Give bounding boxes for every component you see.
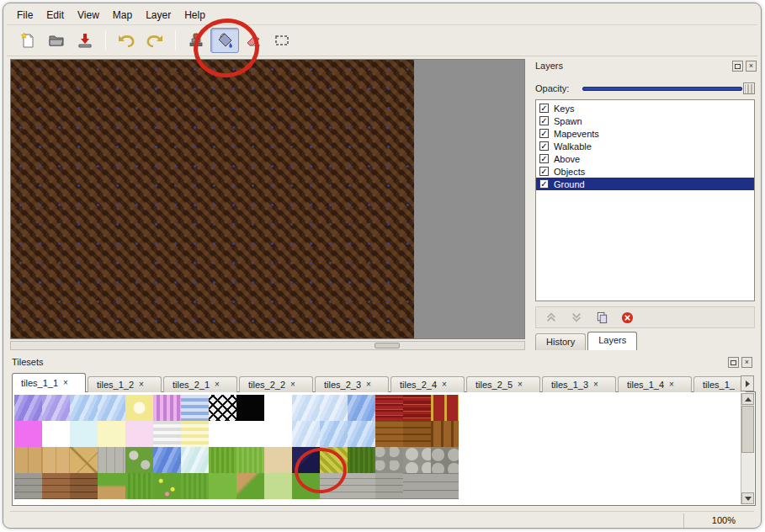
float-panel-icon[interactable] xyxy=(728,357,739,368)
layer-row-mapevents[interactable]: ✓Mapevents xyxy=(536,127,754,140)
palette-tile[interactable] xyxy=(292,421,320,447)
layer-visibility-checkbox[interactable]: ✓ xyxy=(539,116,549,125)
palette-tile[interactable] xyxy=(181,447,209,473)
palette-tile[interactable] xyxy=(348,395,375,421)
select-tool-button[interactable] xyxy=(268,28,296,53)
palette-tile[interactable] xyxy=(42,395,70,421)
palette-tile[interactable] xyxy=(292,473,320,499)
menu-item-map[interactable]: Map xyxy=(106,7,139,24)
palette-tile[interactable] xyxy=(375,473,403,499)
layer-visibility-checkbox[interactable]: ✓ xyxy=(539,179,549,189)
palette-tile[interactable] xyxy=(70,421,98,447)
tileset-tab-tiles_1_4[interactable]: tiles_1_4× xyxy=(618,376,692,392)
menu-item-layer[interactable]: Layer xyxy=(139,7,178,24)
tileset-tab-tiles_2_4[interactable]: tiles_2_4× xyxy=(390,376,465,392)
palette-tile[interactable] xyxy=(125,473,153,499)
layer-row-objects[interactable]: ✓Objects xyxy=(536,165,754,178)
tab-close-icon[interactable]: × xyxy=(442,380,447,389)
tab-layers[interactable]: Layers xyxy=(587,332,637,350)
undo-button[interactable] xyxy=(112,28,141,53)
delete-layer-button[interactable] xyxy=(619,309,635,326)
layer-row-ground[interactable]: ✓Ground xyxy=(536,178,754,190)
palette-tile[interactable] xyxy=(264,473,292,499)
layer-visibility-checkbox[interactable]: ✓ xyxy=(539,104,549,113)
palette-vertical-scrollbar[interactable] xyxy=(741,393,754,504)
palette-tile[interactable] xyxy=(264,395,292,421)
palette-tile[interactable] xyxy=(292,447,320,473)
tileset-tab-tiles_1_[interactable]: tiles_1_× xyxy=(693,376,746,392)
palette-tile[interactable] xyxy=(42,447,70,473)
palette-tile[interactable] xyxy=(14,421,42,447)
palette-tile[interactable] xyxy=(209,447,236,473)
move-layer-up-button[interactable] xyxy=(543,309,560,326)
tileset-tab-tiles_2_5[interactable]: tiles_2_5× xyxy=(466,376,540,392)
map-hscroll-thumb[interactable] xyxy=(375,343,400,348)
palette-tile[interactable] xyxy=(236,395,264,421)
palette-tile[interactable] xyxy=(264,421,292,447)
palette-tile[interactable] xyxy=(98,447,125,473)
palette-tile[interactable] xyxy=(181,421,209,447)
palette-tile[interactable] xyxy=(70,473,98,499)
palette-tile[interactable] xyxy=(403,421,431,447)
move-layer-down-button[interactable] xyxy=(568,309,585,326)
tab-close-icon[interactable]: × xyxy=(366,380,371,389)
palette-tile[interactable] xyxy=(375,447,403,473)
tab-close-icon[interactable]: × xyxy=(593,380,598,389)
palette-tile[interactable] xyxy=(348,421,375,447)
palette-tile[interactable] xyxy=(14,447,42,473)
palette-tile[interactable] xyxy=(292,395,320,421)
palette-tile[interactable] xyxy=(348,447,375,473)
menu-item-help[interactable]: Help xyxy=(178,7,212,24)
duplicate-layer-button[interactable] xyxy=(593,309,610,326)
map-canvas[interactable] xyxy=(11,60,414,338)
layer-visibility-checkbox[interactable]: ✓ xyxy=(539,141,549,151)
palette-tile[interactable] xyxy=(98,395,125,421)
tileset-tab-tiles_2_3[interactable]: tiles_2_3× xyxy=(315,376,389,392)
float-panel-icon[interactable] xyxy=(732,61,743,72)
tab-close-icon[interactable]: × xyxy=(139,380,144,389)
palette-tile[interactable] xyxy=(70,395,98,421)
palette-tile[interactable] xyxy=(153,395,181,421)
layer-row-spawn[interactable]: ✓Spawn xyxy=(536,114,754,127)
palette-tile[interactable] xyxy=(403,447,431,473)
palette-tile[interactable] xyxy=(42,473,70,499)
palette-tile[interactable] xyxy=(403,473,431,499)
opacity-slider-track[interactable] xyxy=(582,87,742,91)
tileset-tab-tiles_2_1[interactable]: tiles_2_1× xyxy=(163,376,237,392)
palette-tile[interactable] xyxy=(98,473,125,499)
fill-tool-button[interactable] xyxy=(210,28,239,53)
layer-visibility-checkbox[interactable]: ✓ xyxy=(539,129,549,138)
palette-tile[interactable] xyxy=(264,447,292,473)
palette-tile[interactable] xyxy=(431,421,459,447)
palette-tile[interactable] xyxy=(181,473,209,499)
palette-tile[interactable] xyxy=(153,421,181,447)
palette-tile[interactable] xyxy=(375,421,403,447)
tileset-tab-tiles_1_1[interactable]: tiles_1_1× xyxy=(12,373,86,392)
palette-vscroll-thumb[interactable] xyxy=(741,406,754,453)
palette-tile[interactable] xyxy=(348,473,375,499)
save-file-button[interactable] xyxy=(71,28,99,53)
palette-tile[interactable] xyxy=(70,447,98,473)
layer-visibility-checkbox[interactable]: ✓ xyxy=(539,154,549,163)
tab-close-icon[interactable]: × xyxy=(669,380,674,389)
tileset-tab-tiles_2_2[interactable]: tiles_2_2× xyxy=(239,376,313,392)
tileset-tabs-scroll-right-button[interactable] xyxy=(741,375,754,391)
palette-tile[interactable] xyxy=(431,447,459,473)
palette-tile[interactable] xyxy=(320,447,348,473)
eraser-tool-button[interactable] xyxy=(239,28,268,53)
palette-tile[interactable] xyxy=(236,473,264,499)
opacity-slider[interactable] xyxy=(582,82,755,95)
menu-item-file[interactable]: File xyxy=(10,7,40,24)
palette-tile[interactable] xyxy=(98,421,125,447)
palette-tile[interactable] xyxy=(153,473,181,499)
tab-close-icon[interactable]: × xyxy=(63,379,68,387)
palette-tile[interactable] xyxy=(431,395,459,421)
palette-tile[interactable] xyxy=(403,395,431,421)
palette-tile[interactable] xyxy=(320,473,348,499)
tab-close-icon[interactable]: × xyxy=(518,380,523,389)
palette-tile[interactable] xyxy=(236,447,264,473)
palette-tile[interactable] xyxy=(431,473,459,499)
scroll-down-button[interactable] xyxy=(741,492,754,504)
tileset-tab-tiles_1_2[interactable]: tiles_1_2× xyxy=(88,376,162,392)
palette-tile[interactable] xyxy=(125,447,153,473)
